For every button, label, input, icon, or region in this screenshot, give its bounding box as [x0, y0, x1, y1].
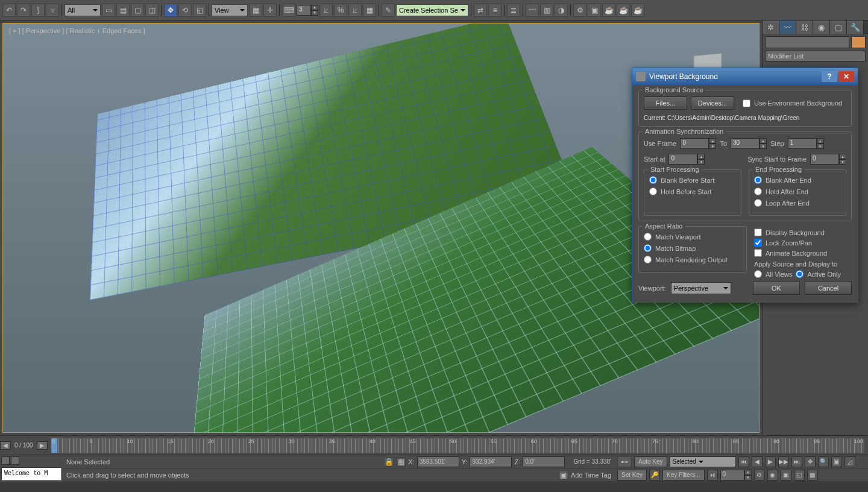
viewport-select-dropdown[interactable]: Perspective: [671, 282, 731, 294]
ok-button[interactable]: OK: [753, 282, 800, 295]
time-config-icon[interactable]: ⚙: [754, 470, 765, 481]
dialog-close-button[interactable]: ✕: [838, 71, 854, 82]
unlink-icon[interactable]: ⟇: [46, 4, 59, 17]
coord-display-icon[interactable]: ▦: [396, 457, 406, 467]
modify-tab-icon[interactable]: 〰: [779, 20, 796, 34]
start-at-spinner[interactable]: 0▲▼: [668, 154, 705, 165]
time-tag-icon[interactable]: ▣: [559, 470, 568, 480]
link-icon[interactable]: ⟆: [31, 4, 45, 17]
max-viewport-icon[interactable]: ◱: [794, 470, 805, 481]
orbit-icon[interactable]: ◉: [767, 470, 778, 481]
render-icon[interactable]: ☕: [602, 4, 615, 17]
match-render-radio[interactable]: [644, 256, 652, 263]
animate-bg-checkbox[interactable]: [754, 249, 762, 257]
motion-tab-icon[interactable]: ◉: [813, 20, 830, 34]
named-selection-dropdown[interactable]: Create Selection Se: [396, 4, 468, 16]
angle-snap-icon[interactable]: %: [334, 4, 347, 17]
display-tab-icon[interactable]: ▢: [830, 20, 847, 34]
macro-rec-icon[interactable]: [1, 456, 10, 465]
layers-icon[interactable]: ≣: [507, 4, 520, 17]
play-icon[interactable]: ▶: [765, 456, 776, 467]
object-color-swatch[interactable]: [851, 36, 866, 48]
active-only-radio[interactable]: [796, 270, 804, 278]
goto-start-icon[interactable]: ⏮: [738, 456, 749, 467]
object-name-input[interactable]: [765, 36, 849, 48]
loop-after-radio[interactable]: [754, 199, 762, 207]
quick-render-icon[interactable]: ☕: [617, 4, 630, 17]
key-filters-button[interactable]: Key Filters...: [662, 470, 705, 481]
render-setup-icon[interactable]: ⚙: [573, 4, 587, 17]
match-bitmap-radio[interactable]: [644, 244, 652, 252]
move-icon[interactable]: ✥: [164, 4, 177, 17]
timeline-left-icon[interactable]: ◀: [0, 441, 11, 450]
select-name-icon[interactable]: ▤: [116, 4, 130, 17]
hold-after-radio[interactable]: [754, 188, 762, 195]
vp-layout-icon[interactable]: ▦: [807, 470, 818, 481]
pan-icon[interactable]: ✥: [805, 456, 816, 467]
hierarchy-tab-icon[interactable]: ⛓: [796, 20, 813, 34]
zoom-ext-icon[interactable]: ▣: [781, 470, 791, 481]
match-viewport-radio[interactable]: [644, 233, 652, 241]
dialog-help-button[interactable]: ?: [822, 71, 837, 82]
goto-frame-input[interactable]: 0▲▼: [720, 470, 752, 481]
zoom-icon[interactable]: 🔍: [818, 456, 829, 467]
modifier-list-dropdown[interactable]: Modifier List: [765, 51, 866, 62]
step-spinner[interactable]: 1▲▼: [788, 138, 824, 149]
key-mode-dropdown[interactable]: Selected: [670, 456, 736, 467]
ref-coord-dropdown[interactable]: View: [212, 4, 248, 16]
to-frame-spinner[interactable]: 30▲▼: [731, 138, 767, 149]
key-icon[interactable]: ⊷: [617, 456, 632, 467]
window-crossing-icon[interactable]: ◫: [145, 4, 159, 17]
cancel-button[interactable]: Cancel: [805, 282, 852, 295]
redo-icon[interactable]: ↷: [17, 4, 30, 17]
curve-editor-icon[interactable]: 〰: [526, 4, 539, 17]
select-icon[interactable]: ▭: [102, 4, 115, 17]
mirror-icon[interactable]: ⇄: [474, 4, 487, 17]
snap-toggle-icon[interactable]: ⟀: [319, 4, 333, 17]
material-editor-icon[interactable]: ◑: [555, 4, 568, 17]
blank-before-radio[interactable]: [649, 176, 657, 184]
prev-frame-icon[interactable]: ◀: [752, 456, 763, 467]
rect-select-icon[interactable]: ▢: [131, 4, 144, 17]
spinner-snap-icon[interactable]: ▦: [363, 4, 376, 17]
z-coord-input[interactable]: 0.0': [523, 456, 565, 467]
render-prod-icon[interactable]: ☕: [631, 4, 644, 17]
create-tab-icon[interactable]: ✲: [763, 20, 779, 34]
macro-btn2-icon[interactable]: [11, 456, 19, 465]
utilities-tab-icon[interactable]: 🔧: [847, 20, 864, 34]
goto-end-icon[interactable]: ⏭: [791, 456, 802, 467]
display-bg-checkbox[interactable]: [754, 229, 762, 236]
align-icon[interactable]: ≡: [488, 4, 502, 17]
rotate-icon[interactable]: ⟲: [178, 4, 192, 17]
sync-start-spinner[interactable]: 0▲▼: [810, 154, 846, 165]
key-mode-icon[interactable]: ⏯: [707, 470, 718, 481]
selection-filter-dropdown[interactable]: All: [64, 4, 101, 16]
blank-after-radio[interactable]: [754, 176, 762, 184]
next-frame-icon[interactable]: ▶▶: [778, 456, 789, 467]
lock-selection-icon[interactable]: 🔒: [384, 457, 394, 467]
set-key-button[interactable]: Set Key: [617, 470, 647, 481]
files-button[interactable]: Files...: [644, 96, 687, 110]
auto-key-button[interactable]: Auto Key: [634, 456, 667, 467]
manipulate-icon[interactable]: ✛: [263, 4, 277, 17]
percent-snap-icon[interactable]: ⟀: [348, 4, 362, 17]
time-ruler[interactable]: 0510152025303540455055606570758085909510…: [51, 438, 864, 453]
scale-icon[interactable]: ◱: [193, 4, 206, 17]
hold-before-radio[interactable]: [649, 188, 657, 195]
devices-button[interactable]: Devices...: [691, 96, 734, 110]
pivot-icon[interactable]: ▦: [249, 4, 262, 17]
lock-zoom-checkbox[interactable]: [754, 239, 762, 247]
spinner-3[interactable]: 3▲▼: [297, 5, 318, 16]
use-environment-checkbox[interactable]: [743, 99, 750, 107]
render-frame-icon[interactable]: ▣: [588, 4, 601, 17]
keyboard-icon[interactable]: ⌨: [282, 4, 295, 17]
dialog-titlebar[interactable]: Viewport Background ? ✕: [632, 68, 858, 85]
zoom-all-icon[interactable]: ▣: [831, 456, 842, 467]
all-views-radio[interactable]: [754, 270, 762, 278]
edit-named-sel-icon[interactable]: ✎: [382, 4, 395, 17]
y-coord-input[interactable]: 932.934': [470, 456, 512, 467]
fov-icon[interactable]: ◿: [844, 456, 855, 467]
add-time-tag[interactable]: Add Time Tag: [571, 472, 611, 479]
key-filter-icon[interactable]: 🔑: [649, 470, 660, 481]
undo-icon[interactable]: ↶: [2, 4, 16, 17]
